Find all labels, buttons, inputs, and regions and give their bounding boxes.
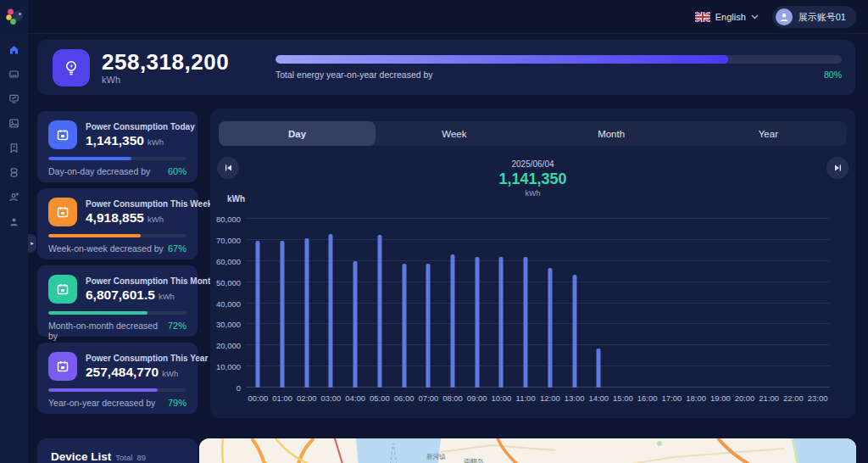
tab-day[interactable]: Day (219, 121, 376, 146)
total-energy-unit: kWh (102, 75, 229, 85)
total-energy-value: 258,318,200 (102, 50, 229, 74)
x-axis-tick: 15:00 (613, 393, 633, 403)
sidebar-collapse-handle[interactable]: ▸ (28, 234, 36, 253)
language-selector[interactable]: English (695, 12, 759, 22)
user-avatar-icon (779, 12, 789, 22)
chart-bar (353, 261, 358, 388)
chart-bar (597, 349, 601, 388)
sidebar-item-data[interactable] (0, 160, 28, 185)
map-label-town: 新河镇 (426, 453, 446, 460)
stat-progress-track (48, 234, 186, 237)
x-axis-tick: 12:00 (540, 393, 560, 403)
chart-bar (499, 257, 504, 388)
x-axis-tick: 05:00 (370, 393, 390, 403)
x-axis-tick: 16:00 (637, 393, 658, 403)
tab-year[interactable]: Year (690, 121, 847, 146)
gallery-icon (8, 118, 19, 129)
stat-card-week: Power Consumption This Week 4,918,855kWh… (37, 188, 198, 259)
chart-bar (524, 257, 528, 388)
x-axis-tick: 01:00 (272, 393, 292, 403)
chart-date: 2025/06/04 (210, 159, 855, 169)
chart-day-unit: kWh (210, 189, 855, 198)
billing-icon (8, 69, 19, 80)
chart-ylabels: 010,00020,00030,00040,00050,00060,00070,… (210, 219, 241, 388)
stat-progress-fill (48, 157, 131, 160)
stat-value: 4,918,855 (86, 210, 144, 225)
chart-bar (548, 268, 552, 388)
chart-bar (451, 254, 455, 388)
period-tabs: Day Week Month Year (219, 121, 847, 146)
chart-day-total: 1,141,350 (210, 170, 855, 188)
consumption-chart-card: Day Week Month Year 2025/06/04 1,141,350… (210, 109, 855, 418)
bookmark-user-icon (8, 142, 19, 153)
chart-gridline (246, 387, 830, 388)
alarm-user-icon (8, 192, 19, 203)
total-progress-fill (275, 55, 728, 64)
stat-percent: 79% (168, 398, 186, 408)
total-progress-label: Total energy year-on-year decreased by (275, 70, 433, 80)
tab-month[interactable]: Month (533, 121, 690, 146)
stat-column: Power Consumption Today 1,141,350kWh Day… (37, 111, 198, 420)
x-axis-tick: 13:00 (565, 393, 585, 403)
chart-bar (475, 257, 479, 388)
chart-gridline (246, 323, 830, 324)
x-axis-tick: 17:00 (662, 393, 682, 403)
stat-title: Power Consumption This Week (86, 199, 212, 209)
chart-gridline (246, 282, 830, 282)
chart-bar (426, 264, 431, 388)
tab-week[interactable]: Week (376, 121, 532, 146)
data-stack-icon (8, 167, 19, 178)
calendar-month-icon (48, 275, 77, 304)
stat-progress-fill (48, 311, 147, 315)
user-menu[interactable]: 展示账号01 (772, 6, 856, 28)
stat-value: 1,141,350 (86, 133, 144, 148)
y-axis-tick: 40,000 (216, 298, 241, 308)
stat-value: 257,484,770 (86, 365, 159, 379)
stat-progress-track (48, 388, 186, 392)
chart-bar (572, 275, 576, 388)
sidebar-item-user[interactable] (0, 209, 28, 234)
y-axis-unit-label: kWh (227, 194, 245, 204)
stat-card-month: Power Consumption This Month 6,807,601.5… (37, 265, 198, 337)
sidebar-item-home[interactable] (0, 37, 28, 62)
stat-label: Week-on-week decreased by (48, 243, 164, 254)
stat-card-year: Power Consumption This Year 257,484,770k… (37, 343, 198, 414)
y-axis-tick: 20,000 (216, 341, 241, 350)
chart-gridline (246, 344, 830, 345)
sidebar-item-alarm[interactable] (0, 185, 28, 209)
sidebar-item-billing[interactable] (0, 62, 28, 86)
user-icon (8, 216, 19, 227)
user-name: 展示账号01 (798, 11, 846, 24)
device-list-card: Device List Total 89 (37, 438, 198, 463)
stat-title: Power Consumption This Month (86, 276, 215, 286)
calendar-year-icon (48, 352, 77, 381)
logo-icon (4, 6, 25, 28)
stat-progress-track (48, 311, 186, 315)
chart-bar (329, 234, 333, 388)
y-axis-tick: 60,000 (216, 256, 241, 265)
x-axis-tick: 03:00 (321, 393, 342, 403)
sidebar-item-monitoring[interactable] (0, 86, 28, 111)
device-map[interactable]: 新河镇 崇明岛 (199, 438, 856, 463)
sidebar-item-gallery[interactable] (0, 111, 28, 136)
chart-gridline (246, 218, 830, 219)
x-axis-tick: 14:00 (588, 393, 609, 403)
sidebar: ▸ (0, 34, 28, 463)
stat-percent: 60% (168, 166, 186, 176)
chart-bar (402, 264, 406, 388)
chart-gridline (246, 260, 830, 261)
stat-progress-fill (48, 234, 141, 237)
stat-progress-fill (48, 388, 158, 392)
stat-title: Power Consumption This Year (86, 354, 208, 363)
home-icon (8, 44, 19, 55)
sidebar-item-bookmark[interactable] (0, 136, 28, 160)
y-axis-tick: 0 (236, 383, 241, 393)
y-axis-tick: 70,000 (216, 235, 241, 244)
app-logo[interactable] (0, 0, 28, 34)
chart-bar (304, 238, 309, 388)
language-label: English (715, 12, 746, 22)
device-list-total-value: 89 (136, 453, 146, 462)
stat-unit: kWh (162, 369, 178, 378)
x-axis-tick: 04:00 (345, 393, 365, 403)
y-axis-tick: 80,000 (216, 215, 241, 224)
